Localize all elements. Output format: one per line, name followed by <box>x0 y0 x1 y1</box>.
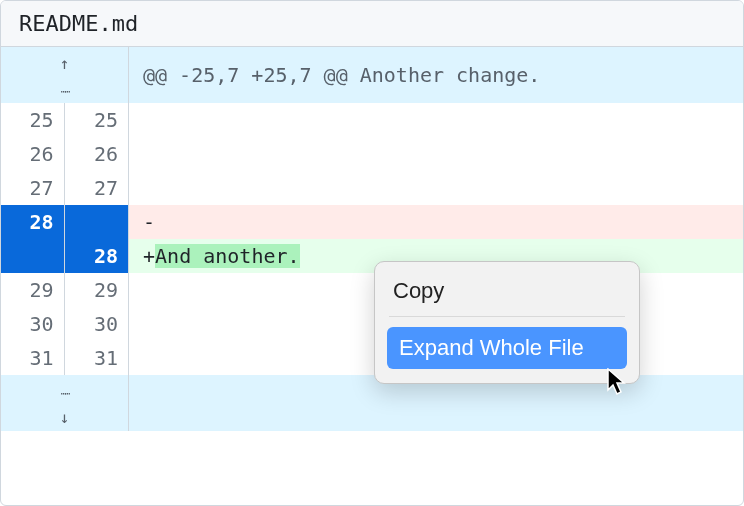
old-line-number: 26 <box>1 137 65 171</box>
file-header: README.md <box>1 1 743 47</box>
expand-down-button[interactable] <box>1 375 129 431</box>
new-line-number: 25 <box>65 103 129 137</box>
new-line-number: 30 <box>65 307 129 341</box>
new-line-number: 31 <box>65 341 129 375</box>
added-text: And another. <box>155 244 300 268</box>
old-line-number: 29 <box>1 273 65 307</box>
code-cell <box>129 103 743 137</box>
file-name: README.md <box>19 11 138 36</box>
old-line-number: 25 <box>1 103 65 137</box>
hunk-header-text: @@ -25,7 +25,7 @@ Another change. <box>129 47 743 103</box>
expand-down-icon <box>60 378 70 428</box>
old-line-number: 27 <box>1 171 65 205</box>
diff-row[interactable]: 27 27 <box>1 171 743 205</box>
new-line-number <box>65 205 129 239</box>
code-cell <box>129 137 743 171</box>
menu-separator <box>389 316 625 317</box>
old-line-number: 31 <box>1 341 65 375</box>
context-menu: Copy Expand Whole File <box>374 261 640 384</box>
old-line-number: 30 <box>1 307 65 341</box>
hunk-header-row: @@ -25,7 +25,7 @@ Another change. <box>1 47 743 103</box>
diff-row[interactable]: 26 26 <box>1 137 743 171</box>
code-cell <box>129 171 743 205</box>
new-line-number: 26 <box>65 137 129 171</box>
old-line-number: 28 <box>1 205 65 239</box>
old-line-number <box>1 239 65 273</box>
code-cell: - <box>129 205 743 239</box>
menu-item-expand-whole-file[interactable]: Expand Whole File <box>387 327 627 369</box>
menu-item-copy[interactable]: Copy <box>387 272 627 310</box>
diff-row[interactable]: 25 25 <box>1 103 743 137</box>
diff-marker: + <box>143 244 155 268</box>
expand-up-button[interactable] <box>1 47 129 103</box>
new-line-number: 28 <box>65 239 129 273</box>
diff-file-frame: README.md @@ -25,7 +25,7 @@ Another chan… <box>0 0 744 506</box>
expand-up-icon <box>60 50 70 100</box>
new-line-number: 27 <box>65 171 129 205</box>
diff-row-deletion[interactable]: 28 - <box>1 205 743 239</box>
new-line-number: 29 <box>65 273 129 307</box>
